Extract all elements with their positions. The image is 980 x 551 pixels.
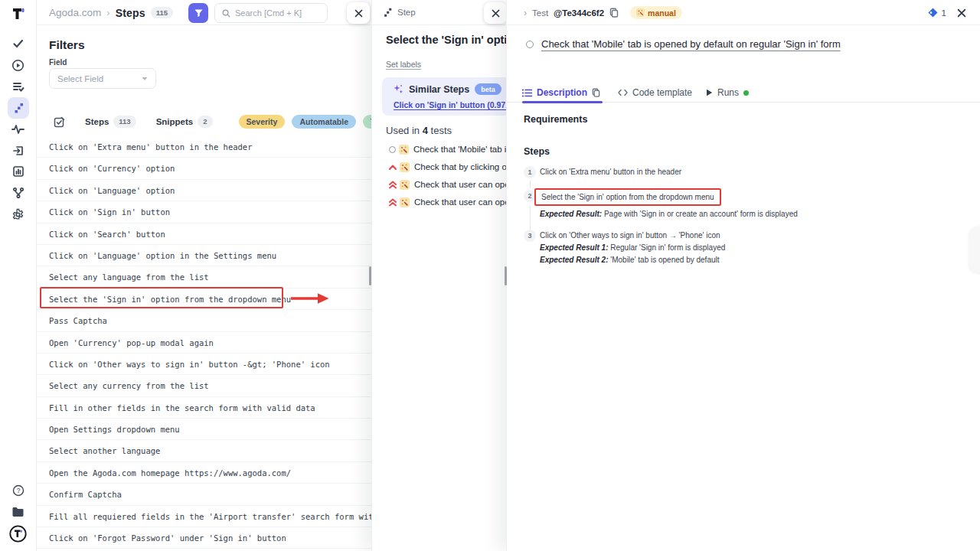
- list-item[interactable]: Fill in other fields in the search form …: [37, 397, 371, 419]
- tab-description[interactable]: Description: [522, 83, 600, 103]
- severity-badge[interactable]: Severity: [239, 115, 286, 129]
- tab-description-label: Description: [537, 87, 587, 98]
- steps-page: Agoda.com › Steps 115 Filters Field Sele…: [37, 0, 371, 551]
- priority-none-icon: [526, 41, 534, 48]
- analytics-pulse-icon[interactable]: [8, 119, 29, 140]
- jira-link-counter[interactable]: 1: [928, 8, 946, 18]
- help-icon[interactable]: ?: [8, 480, 29, 501]
- used-test-label: Check that by clicking on: [414, 162, 506, 171]
- breadcrumb: Agoda.com › Steps 115: [49, 0, 173, 25]
- manual-emoji-icon: [636, 8, 645, 17]
- step-number: 1: [524, 166, 536, 178]
- used-test-item[interactable]: Check that by clicking on: [372, 158, 506, 175]
- expected-result-label: Expected Result 2:: [540, 256, 608, 264]
- tab-snippets-count: 2: [198, 116, 212, 127]
- list-item[interactable]: Click on 'Search' button: [37, 223, 371, 245]
- settings-gear-icon[interactable]: [8, 204, 29, 225]
- search-box[interactable]: [214, 3, 328, 23]
- expected-result-label: Expected Result:: [540, 210, 602, 218]
- manual-emoji-icon: [399, 145, 409, 155]
- list-item[interactable]: Open Settings dropdown menu: [37, 419, 371, 440]
- similar-steps-card: Similar Steps beta Click on 'Sign in' bu…: [382, 77, 506, 116]
- test-step: 2 Select the 'Sign in' option from the d…: [524, 189, 952, 218]
- reports-chart-icon[interactable]: [8, 161, 29, 182]
- tab-runs[interactable]: Runs: [706, 83, 749, 103]
- used-test-label: Check that user can open: [414, 180, 506, 189]
- manual-emoji-icon: [400, 197, 410, 207]
- list-item[interactable]: Select any language from the list: [37, 266, 371, 288]
- breadcrumb-project[interactable]: Agoda.com: [49, 7, 101, 18]
- step-drawer-resize-handle[interactable]: [369, 266, 371, 285]
- step-detail-drawer: Step Select the 'Sign in' option from th…: [371, 0, 506, 551]
- filter-button[interactable]: [188, 3, 208, 23]
- list-item[interactable]: Open 'Currency' pop-up modal again: [37, 332, 371, 354]
- list-item[interactable]: Click on 'Extra menu' button in the head…: [37, 136, 371, 158]
- tab-steps-label: Steps: [85, 117, 109, 126]
- breadcrumb-page: Steps: [116, 7, 145, 19]
- list-icon: [522, 89, 532, 97]
- used-in-heading: Used in 4 tests: [386, 125, 452, 136]
- projects-folder-icon[interactable]: [8, 501, 29, 523]
- tab-steps[interactable]: Steps 113: [85, 116, 136, 127]
- used-test-item[interactable]: Check that user can open: [372, 176, 506, 193]
- list-item[interactable]: Click on 'Sign in' button: [37, 201, 371, 223]
- step-text-highlighted: Select the 'Sign in' option from the dro…: [534, 188, 721, 206]
- list-item[interactable]: Click on 'Forgot Password' under 'Sign i…: [37, 527, 371, 549]
- runs-play-icon[interactable]: [8, 54, 29, 76]
- right-edge-handle[interactable]: [969, 227, 980, 272]
- profile-avatar[interactable]: [8, 523, 29, 544]
- test-id: @Te344c6f2: [554, 8, 604, 18]
- app-logo[interactable]: [8, 3, 29, 24]
- steps-icon[interactable]: [8, 97, 29, 119]
- search-input[interactable]: [235, 8, 319, 18]
- test-drawer-resize-handle[interactable]: [505, 266, 507, 285]
- expected-result: Expected Result 1: Regular 'Sign in' for…: [540, 243, 725, 252]
- priority-critical-icon: [389, 198, 397, 207]
- test-detail-drawer: › Test @Te344c6f2 manual 1 Check that 'M…: [506, 0, 980, 551]
- import-icon[interactable]: [8, 140, 29, 161]
- close-icon[interactable]: [957, 8, 966, 18]
- used-test-item[interactable]: Check that user can open: [372, 194, 506, 210]
- list-item[interactable]: Click on 'Other ways to sign in' button …: [37, 354, 371, 375]
- list-item[interactable]: Fill all requiered fields in the 'Airpor…: [37, 506, 371, 527]
- steps-count-badge: 115: [151, 7, 173, 18]
- list-item[interactable]: Select another language: [37, 440, 371, 461]
- field-label: Field: [49, 58, 67, 67]
- tasks-check-icon[interactable]: [8, 33, 29, 54]
- bulk-edit-icon[interactable]: [54, 116, 65, 128]
- list-item[interactable]: Select any currency from the list: [37, 375, 371, 396]
- field-select[interactable]: Select Field: [49, 68, 156, 89]
- active-tab-underline: [522, 101, 603, 103]
- tab-snippets[interactable]: Snippets 2: [156, 116, 213, 127]
- priority-critical-icon: [389, 181, 397, 189]
- priority-none-icon: [389, 146, 396, 153]
- similar-steps-title: Similar Steps: [409, 84, 469, 95]
- list-item[interactable]: Click on 'Language' option in the Settin…: [37, 245, 371, 266]
- tab-code-template[interactable]: Code template: [618, 83, 692, 103]
- list-item[interactable]: Pass Captcha: [37, 310, 371, 331]
- suites-list-icon[interactable]: [8, 76, 29, 97]
- list-item[interactable]: Click on 'Currency' option: [37, 158, 371, 179]
- expected-result-text: Page with 'Sign in or create an account'…: [602, 210, 798, 218]
- list-item[interactable]: Open the Agoda.com homepage https://www.…: [37, 462, 371, 484]
- play-icon: [706, 89, 713, 96]
- set-labels-link[interactable]: Set labels: [386, 60, 421, 69]
- step-drawer-close-button[interactable]: [484, 2, 506, 24]
- test-step: 1 Click on 'Extra menu' button in the he…: [524, 165, 952, 178]
- panel-close-button[interactable]: [347, 2, 370, 24]
- step-drawer-title: Step: [397, 8, 416, 17]
- test-title-link[interactable]: Check that 'Mobile' tab is opened by def…: [541, 38, 841, 50]
- copy-icon[interactable]: [592, 88, 600, 97]
- sparkle-icon: [393, 84, 403, 95]
- type-badge[interactable]: Type: [363, 115, 371, 129]
- list-item[interactable]: Confirm Captcha: [37, 484, 371, 505]
- used-test-item[interactable]: Check that 'Mobile' tab is opened by def…: [372, 141, 506, 158]
- branches-icon[interactable]: [8, 182, 29, 204]
- automatable-badge[interactable]: Automatable: [292, 115, 356, 129]
- list-item[interactable]: Click on 'Language' option: [37, 180, 371, 201]
- copy-icon[interactable]: [609, 8, 619, 18]
- similar-step-link[interactable]: Click on 'Sign in' button (0.971: [394, 100, 506, 109]
- priority-high-icon: [389, 165, 397, 170]
- used-in-prefix: Used in: [386, 125, 420, 136]
- step-drawer-header: Step: [372, 0, 506, 25]
